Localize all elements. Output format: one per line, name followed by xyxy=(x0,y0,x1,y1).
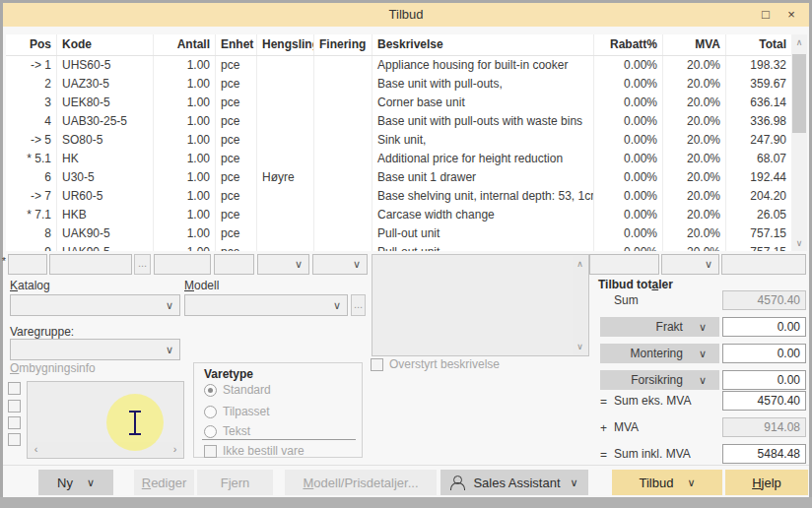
radio-standard[interactable]: Standard xyxy=(204,383,271,397)
table-cell: Base unit 1 drawer xyxy=(372,168,594,187)
tilbud-button[interactable]: Tilbud ∨ xyxy=(612,470,722,495)
sum-inkl-mva-field[interactable]: 5484.48 xyxy=(722,444,806,464)
hjelp-button[interactable]: Hjelp xyxy=(725,470,808,495)
radio-tilpasset[interactable]: Tilpasset xyxy=(204,405,270,418)
radio-tekst[interactable]: Tekst xyxy=(204,424,250,438)
table-row[interactable]: 3UEK80-51.00pceCorner base unit0.00%20.0… xyxy=(6,94,791,112)
frakt-button[interactable]: Frakt ∨ xyxy=(600,317,719,337)
table-row[interactable]: * 5.1HK1.00pceAdditional price for heigh… xyxy=(6,150,791,168)
table-cell xyxy=(314,131,372,150)
enhet-input[interactable] xyxy=(214,254,254,275)
scroll-down-icon[interactable]: ∨ xyxy=(791,235,807,251)
chevron-down-icon: ∨ xyxy=(166,295,173,315)
table-cell: UAK90-5 xyxy=(57,224,154,243)
scroll-up-icon[interactable]: ∧ xyxy=(791,34,807,50)
column-header[interactable]: Beskrivelse xyxy=(372,34,594,55)
finering-select[interactable]: ∨ xyxy=(312,254,368,275)
total-input[interactable] xyxy=(721,254,806,275)
sum-eks-mva-field[interactable]: 4570.40 xyxy=(722,391,806,411)
table-row[interactable]: -> 7UR60-51.00pceBase shelving unit, int… xyxy=(6,187,791,206)
chevron-down-icon: ∨ xyxy=(295,255,303,274)
beskrivelse-textarea[interactable]: ∧ ∨ xyxy=(372,254,589,356)
ikke-bestill-checkbox[interactable]: Ikke bestill vare xyxy=(204,444,304,458)
modell-browse-button[interactable]: ... xyxy=(351,294,366,316)
frakt-input[interactable]: 0.00 xyxy=(722,317,806,337)
table-row[interactable]: * 7.1HKB1.00pceCarcase width change0.00%… xyxy=(6,206,791,224)
table-cell xyxy=(257,131,314,150)
ombygg-checkbox-2[interactable] xyxy=(8,400,21,413)
table-scrollbar[interactable]: ∧ ∨ xyxy=(791,34,807,251)
label-part: H xyxy=(752,476,761,490)
table-cell: -> 1 xyxy=(6,56,57,75)
table-row[interactable]: 6U30-51.00pceHøyreBase unit 1 drawer0.00… xyxy=(6,168,791,187)
column-header[interactable]: Rabatt% xyxy=(594,34,663,55)
hengsling-select[interactable]: ∨ xyxy=(257,254,309,275)
ny-button[interactable]: Ny ∨ xyxy=(38,470,113,495)
ombygningsinfo-label: Ombygningsinfo xyxy=(10,361,96,375)
varegruppe-select[interactable]: ∨ xyxy=(10,339,180,360)
column-header[interactable]: Total xyxy=(726,34,791,55)
table-row[interactable]: 8UAK90-51.00pcePull-out unit0.00%20.0%75… xyxy=(6,224,791,243)
table-cell: Additional price for height reduction xyxy=(372,150,594,168)
forsikring-input[interactable]: 0.00 xyxy=(722,370,806,390)
label-part: R xyxy=(142,476,151,490)
katalog-select[interactable]: ∨ xyxy=(10,294,180,316)
fjern-button-label: Fjern xyxy=(221,476,250,490)
column-header[interactable]: Hengsling xyxy=(257,34,314,55)
fjern-button[interactable]: Fjern xyxy=(197,470,273,495)
ombygg-checkbox-3[interactable] xyxy=(8,416,21,429)
rediger-button[interactable]: Rediger xyxy=(134,470,194,495)
table-cell: 6 xyxy=(6,168,57,187)
overstyrt-checkbox[interactable]: Overstyrt beskrivelse xyxy=(371,357,500,371)
kode-input[interactable] xyxy=(49,254,132,275)
column-header[interactable]: Pos xyxy=(6,34,57,55)
table-cell: 1.00 xyxy=(154,150,216,168)
scroll-left-icon[interactable]: ‹ xyxy=(29,442,43,457)
scrollbar-thumb[interactable] xyxy=(792,54,806,133)
rabatt-input[interactable] xyxy=(589,254,659,275)
table-cell: pce xyxy=(216,150,257,168)
modell-select[interactable]: ∨ xyxy=(184,294,348,316)
column-header[interactable]: Antall xyxy=(154,34,216,55)
scroll-right-icon[interactable]: › xyxy=(168,442,182,457)
scroll-down-icon[interactable]: ∨ xyxy=(573,339,587,354)
ombygg-checkbox-4[interactable] xyxy=(8,433,21,446)
column-header[interactable]: Enhet xyxy=(216,34,257,55)
column-header[interactable]: Finering xyxy=(314,34,372,55)
ombygg-checkbox-1[interactable] xyxy=(8,382,21,395)
table-cell xyxy=(257,75,314,94)
table-row[interactable]: 2UAZ30-51.00pceBase unit with pull-outs,… xyxy=(6,75,791,94)
table-row[interactable]: -> 5SO80-51.00pceSink unit,0.00%20.0%247… xyxy=(6,131,791,150)
textarea-scrollbar[interactable]: ∧ ∨ xyxy=(573,256,587,354)
table-row[interactable]: -> 1UHS60-51.00pceAppliance housing for … xyxy=(6,56,791,75)
titlebar[interactable]: Tilbud □ × xyxy=(3,3,809,27)
antall-input[interactable] xyxy=(154,254,211,275)
kode-browse-button[interactable]: ... xyxy=(134,254,151,275)
table-cell xyxy=(314,187,372,206)
ombygg-hscrollbar[interactable]: ‹ › xyxy=(29,442,182,457)
maximize-icon[interactable]: □ xyxy=(752,3,779,27)
montering-input[interactable]: 0.00 xyxy=(722,344,806,363)
totals-title: Tilbud totaler xyxy=(598,278,673,291)
table-cell: pce xyxy=(216,94,257,112)
table-row[interactable]: 4UAB30-25-51.00pceBase unit with pull-ou… xyxy=(6,112,791,131)
table-cell: 0.00% xyxy=(594,150,663,168)
modell-prisdetaljer-button[interactable]: Modell/Prisdetaljer... xyxy=(285,470,437,495)
table-cell: 757.15 xyxy=(726,243,791,251)
table-cell: Base unit with pull-outs, xyxy=(372,75,594,94)
pos-input[interactable] xyxy=(8,254,47,275)
radio-label: Tekst xyxy=(223,424,250,438)
close-icon[interactable]: × xyxy=(778,3,805,27)
chevron-down-icon: ∨ xyxy=(699,374,707,387)
scroll-up-icon[interactable]: ∧ xyxy=(573,256,587,272)
mva-select[interactable]: ∨ xyxy=(661,254,719,275)
table-cell: UAB30-25-5 xyxy=(57,112,154,131)
column-header[interactable]: MVA xyxy=(663,34,726,55)
forsikring-button[interactable]: Forsikring ∨ xyxy=(600,370,719,390)
column-header[interactable]: Kode xyxy=(57,34,154,55)
table-cell xyxy=(257,56,314,75)
table-row[interactable]: 9UAK90-51.00pcePull-out unit0.00%20.0%75… xyxy=(6,243,791,251)
sales-assistant-button[interactable]: Sales Assistant ∨ xyxy=(440,470,588,495)
table-cell: Sink unit, xyxy=(372,131,594,150)
montering-button[interactable]: Montering ∨ xyxy=(600,344,719,363)
